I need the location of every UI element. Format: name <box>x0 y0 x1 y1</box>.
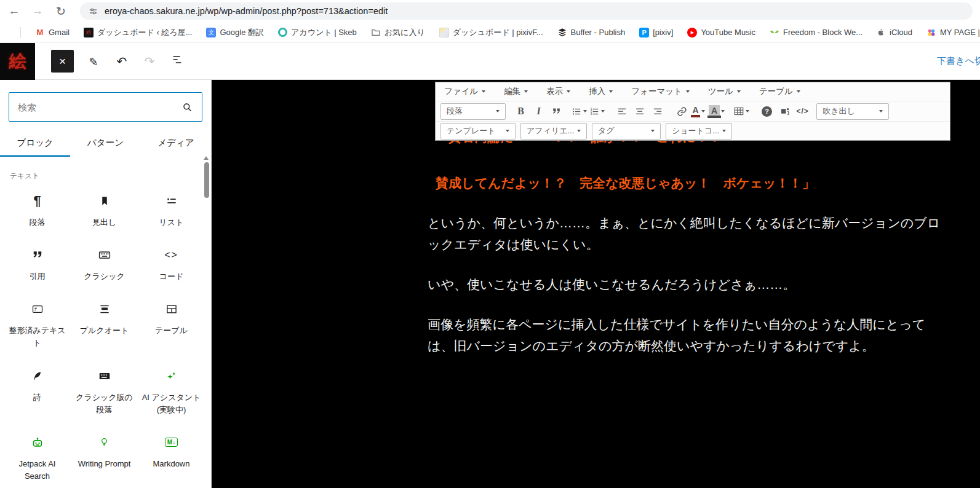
bookmark-eroya-dashboard[interactable]: 絵 ダッシュボード ‹ 絵ろ屋... <box>84 27 193 38</box>
tab-media[interactable]: メディア <box>141 128 211 157</box>
menu-table[interactable]: テーブル <box>759 86 800 97</box>
bookmark-buffer[interactable]: Buffer - Publish <box>557 28 626 37</box>
block-item-preformatted[interactable]: 整形済みテキスト <box>4 301 71 349</box>
align-right-button[interactable] <box>649 103 667 119</box>
block-item-markdown[interactable]: M↓ Markdown <box>138 435 205 482</box>
align-left-button[interactable] <box>613 103 631 119</box>
bookmark-ai-illust[interactable]: MY PAGE | AIイラスト... <box>926 27 980 38</box>
edit-mode-button[interactable]: ✎ <box>87 54 102 68</box>
bold-button[interactable]: B <box>512 103 530 119</box>
editor-canvas[interactable]: 「賛否両論だ・・・！？ 誰が！？ これに！？ 賛成してんだよッ！？ 完全な改悪じ… <box>212 80 980 488</box>
bookmark-pixiv-factory[interactable]: ダッシュボード | pixivF... <box>439 27 543 38</box>
block-item-heading[interactable]: 見出し <box>71 193 138 229</box>
content-paragraph[interactable]: いや、使いこなせる人は使いこなせるんだろうけどさぁ……。 <box>428 274 946 295</box>
block-label: AI アシスタント (実験中) <box>142 392 201 416</box>
close-icon: × <box>59 55 66 68</box>
numbered-list-button[interactable]: 123 <box>589 103 607 119</box>
chevron-down-icon <box>524 90 528 93</box>
bookmark-label: MY PAGE | AIイラスト... <box>940 27 980 38</box>
block-inserter-close-button[interactable]: × <box>51 50 74 73</box>
bookmark-pixiv[interactable]: P [pixiv] <box>639 28 673 37</box>
link-icon <box>677 106 687 117</box>
menu-tools[interactable]: ツール <box>708 86 741 97</box>
bookmark-youtube-music[interactable]: ▶ YouTube Music <box>687 28 755 37</box>
chevron-down-icon <box>567 90 570 93</box>
reload-icon[interactable]: ↻ <box>54 4 68 18</box>
list-view-button[interactable] <box>170 53 185 69</box>
block-item-jetpack-ai-search[interactable]: Jetpack AI Search <box>4 435 71 482</box>
blockquote-button[interactable] <box>548 103 565 119</box>
block-item-classic[interactable]: クラシック <box>71 247 138 283</box>
content-paragraph[interactable]: というか、何というか……。まぁ、とにかく絶叫したくなるほどに新バージョンのブロッ… <box>428 212 946 255</box>
menu-file[interactable]: ファイル <box>444 86 485 97</box>
menu-edit[interactable]: 編集 <box>504 86 528 97</box>
affiliate-select[interactable]: アフィリエ... <box>520 123 587 140</box>
block-item-pullquote[interactable]: プルクオート <box>71 301 138 349</box>
italic-button[interactable]: I <box>530 103 548 119</box>
block-item-verse[interactable]: 詩 <box>4 368 71 416</box>
redo-button[interactable]: ↷ <box>142 54 157 69</box>
balloon-select[interactable]: 吹き出し <box>816 103 889 120</box>
help-button[interactable]: ? <box>758 103 776 119</box>
bullet-list-button[interactable] <box>572 103 589 119</box>
bookmark-favorites[interactable]: お気に入り <box>371 27 425 38</box>
menu-format[interactable]: フォーマット <box>631 86 690 97</box>
undo-button[interactable]: ↶ <box>114 54 129 69</box>
help-icon: ? <box>762 106 772 117</box>
forward-icon[interactable]: → <box>31 4 44 18</box>
tab-blocks[interactable]: ブロック <box>0 128 70 157</box>
bookmark-icloud[interactable]: iCloud <box>877 28 912 37</box>
block-label: コード <box>159 270 184 283</box>
block-item-quote[interactable]: 引用 <box>4 247 71 283</box>
table-grid-icon <box>733 106 744 117</box>
switch-to-draft-link[interactable]: 下書きへ切 <box>937 55 980 67</box>
align-center-button[interactable] <box>631 103 649 119</box>
block-item-writing-prompt[interactable]: Writing Prompt <box>71 435 138 482</box>
chevron-down-icon <box>722 130 726 132</box>
table-button[interactable] <box>733 103 752 119</box>
block-item-code[interactable]: <> コード <box>138 247 205 283</box>
menu-view[interactable]: 表示 <box>546 86 570 97</box>
menu-insert[interactable]: 挿入 <box>589 86 613 97</box>
bookmark-skeb[interactable]: アカウント | Skeb <box>278 27 357 38</box>
block-item-paragraph[interactable]: ¶ 段落 <box>4 193 71 229</box>
align-center-icon <box>635 106 645 117</box>
scrollbar-thumb[interactable] <box>204 162 209 198</box>
bookmark-label: ダッシュボード | pixivF... <box>453 27 543 38</box>
section-label-text: テキスト <box>10 171 211 181</box>
text-color-button[interactable]: A <box>691 103 709 119</box>
bookmark-label: Google 翻訳 <box>220 27 264 38</box>
gmail-icon: M <box>35 28 45 37</box>
chevron-down-icon <box>797 90 800 93</box>
tag-select[interactable]: タグ <box>592 123 661 140</box>
block-item-classic-paragraph[interactable]: クラシック版の段落 <box>71 368 138 416</box>
template-select[interactable]: テンプレート <box>440 123 516 140</box>
content-paragraph[interactable]: 賛成してんだよッ！？ 完全な改悪じゃあッ！ ボケェッ！！」 <box>428 172 946 194</box>
ruby-button[interactable] <box>776 103 794 119</box>
post-content[interactable]: 「賛否両論だ・・・！？ 誰が！？ これに！？ 賛成してんだよッ！？ 完全な改悪じ… <box>428 126 946 375</box>
content-paragraph[interactable]: 画像を頻繁に各ページに挿入した仕様でサイトを作りたい自分のような人間にとっては、… <box>428 313 946 356</box>
code-button[interactable]: </> <box>794 103 811 119</box>
scrollbar-up-arrow[interactable] <box>204 156 209 160</box>
site-logo[interactable]: 絵 <box>0 43 35 80</box>
highlight-color-button[interactable]: A <box>709 103 727 119</box>
search-input[interactable] <box>18 102 177 112</box>
format-select[interactable]: 段落 <box>440 103 506 120</box>
block-item-ai-assistant[interactable]: AI アシスタント (実験中) <box>138 368 205 416</box>
block-item-list[interactable]: リスト <box>138 193 205 229</box>
block-item-table[interactable]: テーブル <box>138 301 205 349</box>
chevron-down-icon <box>482 90 485 93</box>
bookmark-google-translate[interactable]: 文 Google 翻訳 <box>206 27 264 38</box>
address-bar[interactable]: eroya-chaos.sakura.ne.jp/wp/wp-admin/pos… <box>80 2 973 20</box>
table-icon <box>165 301 178 317</box>
block-search-box[interactable] <box>9 92 202 122</box>
skeb-icon <box>278 28 287 37</box>
bookmark-freedom[interactable]: Freedom - Block We... <box>770 28 862 37</box>
tab-patterns[interactable]: パターン <box>70 128 140 157</box>
site-settings-icon[interactable] <box>88 6 98 17</box>
back-icon[interactable]: ← <box>7 4 21 18</box>
menubar: ファイル 編集 表示 挿入 フォーマット ツール テーブル <box>436 82 950 101</box>
link-button[interactable] <box>673 103 691 119</box>
shortcode-select[interactable]: ショートコ... <box>666 123 732 140</box>
bookmark-gmail[interactable]: M Gmail <box>35 28 70 37</box>
